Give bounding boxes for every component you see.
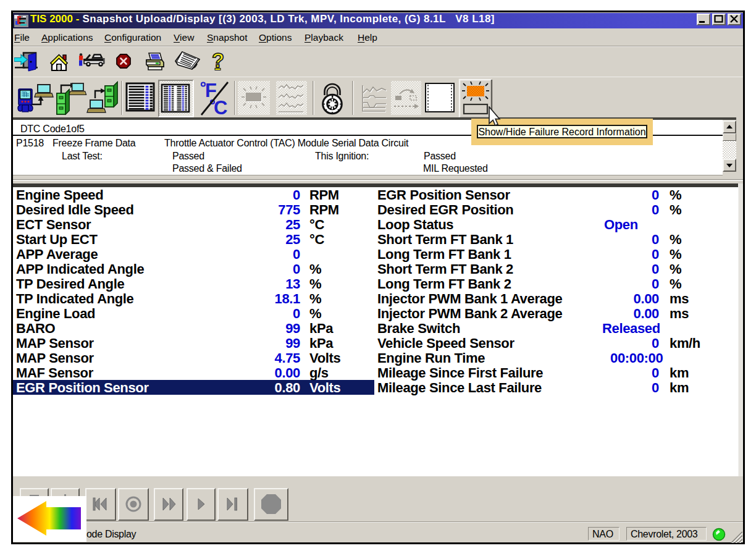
svg-text:?: ? [212,52,224,70]
svg-text:C: C [214,97,227,119]
